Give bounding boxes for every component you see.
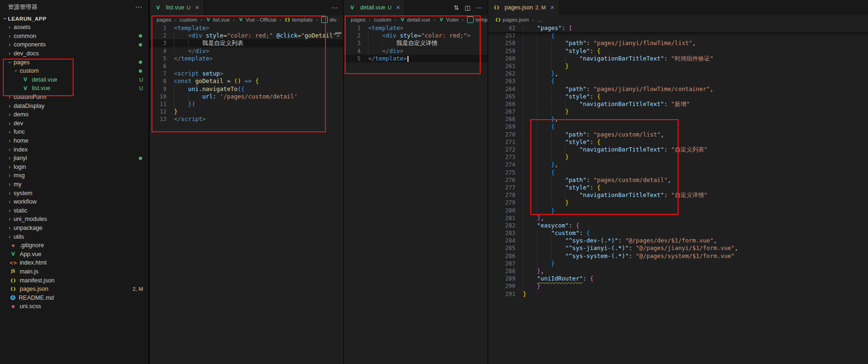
file-item-detail.vue[interactable]: Vdetail.vueU	[0, 76, 149, 84]
line-number: 257	[488, 32, 523, 39]
folder-item-common[interactable]: ›common	[0, 32, 149, 41]
folder-item-index[interactable]: ›index	[0, 145, 149, 154]
split-editor-icon[interactable]: ◫	[465, 4, 470, 11]
folder-item-pages[interactable]: ›pages	[0, 58, 149, 67]
file-tree: ›assets›common›components›dev_docs›pages…	[0, 23, 149, 311]
folder-item-msg[interactable]: ›msg	[0, 171, 149, 180]
breadcrumb-item-…[interactable]: …	[537, 17, 543, 23]
folder-item-func[interactable]: ›func	[0, 128, 149, 136]
line-number: 267	[488, 108, 523, 115]
close-icon[interactable]: ×	[551, 4, 554, 11]
folder-item-assets[interactable]: ›assets	[0, 23, 149, 32]
breadcrumb-item-list.vue[interactable]: Vlist.vue	[205, 17, 230, 23]
item-label: manifest.json	[20, 277, 54, 284]
file-item-uni.scss[interactable]: ◉uni.scss	[0, 302, 149, 311]
code-editor[interactable]: 1<template>2 <div style="color: red;">3 …	[344, 24, 488, 62]
breadcrumb-item-pages[interactable]: pages	[157, 17, 171, 23]
folder-item-demo[interactable]: ›demo	[0, 110, 149, 119]
breadcrumb-separator: ›	[279, 17, 281, 23]
breadcrumb-item-Vue - Official[interactable]: VVue - Official	[238, 17, 276, 23]
code-line: 279 }	[488, 199, 868, 206]
line-number: 290	[488, 282, 523, 290]
breadcrumb-item-pages.json[interactable]: {}pages.json	[495, 17, 529, 23]
code-line: 258 "path": "pages/jianyi/flowTime/list"…	[488, 39, 868, 47]
tab-detail-vue[interactable]: V detail.vue U ×	[344, 0, 405, 15]
folder-item-custom[interactable]: ›custom	[0, 67, 149, 76]
workspace-root-item[interactable]: › LEARUN_APP	[0, 14, 149, 23]
folder-item-system[interactable]: ›system	[0, 189, 149, 197]
breadcrumb-item-pages[interactable]: pages	[351, 17, 365, 23]
folder-item-static[interactable]: ›static	[0, 206, 149, 215]
vue-file-icon: V	[154, 4, 162, 11]
folder-item-login[interactable]: ›login	[0, 163, 149, 172]
code-line: 261 }	[488, 62, 868, 70]
line-number: 291	[488, 290, 523, 298]
more-actions-icon[interactable]: ⋯	[135, 3, 142, 11]
code-line: 4 </div>	[344, 47, 488, 55]
tab-pages-json[interactable]: {} pages.json 2, M ×	[488, 0, 559, 15]
file-item-pages.json[interactable]: {}pages.json2, M	[0, 285, 149, 294]
line-number: 4	[344, 47, 368, 55]
folder-item-customForm[interactable]: ›customForm	[0, 93, 149, 102]
line-number: 287	[488, 260, 523, 267]
line-number: 289	[488, 275, 523, 282]
close-icon[interactable]: ×	[195, 4, 199, 11]
folder-item-dev[interactable]: ›dev	[0, 119, 149, 128]
breadcrumb-item-custom[interactable]: custom	[374, 17, 391, 23]
breadcrumb-separator: ›	[462, 17, 464, 23]
folder-item-dataDisplay[interactable]: ›dataDisplay	[0, 101, 149, 110]
sidebar-title: 资源管理器	[8, 3, 38, 11]
file-item-App.vue[interactable]: VApp.vue	[0, 250, 149, 258]
code-line: 262 },	[488, 70, 868, 77]
file-item-list.vue[interactable]: Vlist.vueU	[0, 84, 149, 93]
folder-item-unpackage[interactable]: ›unpackage	[0, 224, 149, 233]
item-label: customForm	[14, 94, 46, 100]
breadcrumb-item-custom[interactable]: custom	[180, 17, 197, 23]
sidebar-header: 资源管理器 ⋯	[0, 0, 149, 14]
folder-item-my[interactable]: ›my	[0, 180, 149, 189]
close-icon[interactable]: ×	[396, 4, 400, 11]
file-item-.gitignore[interactable]: ◆.gitignore	[0, 241, 149, 250]
code-line: 276 "path": "pages/custom/detail",	[488, 176, 868, 184]
breadcrumb-item-div[interactable]: div	[321, 16, 337, 23]
folder-item-workflow[interactable]: ›workflow	[0, 197, 149, 206]
folder-item-components[interactable]: ›components	[0, 40, 149, 49]
line-number: 285	[488, 244, 523, 252]
breadcrumb-item-detail.vue[interactable]: Vdetail.vue	[400, 17, 430, 23]
more-actions-icon[interactable]: ⋯	[476, 4, 482, 11]
code-line: 287 }	[488, 260, 868, 267]
item-label: list.vue	[32, 85, 50, 91]
folder-item-uni_modules[interactable]: ›uni_modules	[0, 215, 149, 224]
code-line: 2 <div style="color: red;">	[344, 32, 488, 39]
item-label: dev	[14, 120, 23, 127]
breadcrumb-item-template[interactable]: template	[467, 16, 488, 23]
file-item-README.md[interactable]: iREADME.md	[0, 293, 149, 302]
folder-item-home[interactable]: ›home	[0, 136, 149, 145]
folder-item-dev_docs[interactable]: ›dev_docs	[0, 49, 149, 58]
code-line: 277 "style": {	[488, 184, 868, 191]
code-line: 267 }	[488, 108, 868, 115]
line-number: 268	[488, 115, 523, 123]
breadcrumb-item-template[interactable]: {}template	[285, 17, 313, 23]
chevron-right-icon: ›	[7, 216, 13, 222]
code-line: 3 我是自定义列表	[150, 39, 343, 47]
line-number: 9	[150, 85, 174, 93]
file-item-manifest.json[interactable]: {}manifest.json	[0, 276, 149, 285]
tab-bar: V list.vue U × ⋯	[150, 0, 343, 15]
file-item-index.html[interactable]: <>index.html	[0, 258, 149, 267]
compare-changes-icon[interactable]: ⇅	[454, 4, 459, 11]
folder-item-jianyi[interactable]: ›jianyi	[0, 154, 149, 163]
item-label: uni_modules	[14, 216, 47, 222]
code-editor[interactable]: 1<template>2 <div style="color: red;" @c…	[150, 24, 343, 123]
code-editor[interactable]: 42 "pages": [257 {258 "path": "pages/jia…	[488, 24, 868, 298]
code-line: 268 },	[488, 115, 868, 123]
breadcrumb-separator: ›	[394, 17, 396, 23]
folder-item-utils[interactable]: ›utils	[0, 232, 149, 241]
file-item-main.js[interactable]: JSmain.js	[0, 267, 149, 276]
breadcrumb-separator: ›	[433, 17, 435, 23]
tab-list-vue[interactable]: V list.vue U ×	[150, 0, 204, 15]
line-number: 6	[150, 62, 174, 70]
more-actions-icon[interactable]: ⋯	[332, 4, 338, 11]
line-number: 284	[488, 237, 523, 244]
breadcrumb-item-Vuter[interactable]: VVuter	[438, 17, 459, 23]
